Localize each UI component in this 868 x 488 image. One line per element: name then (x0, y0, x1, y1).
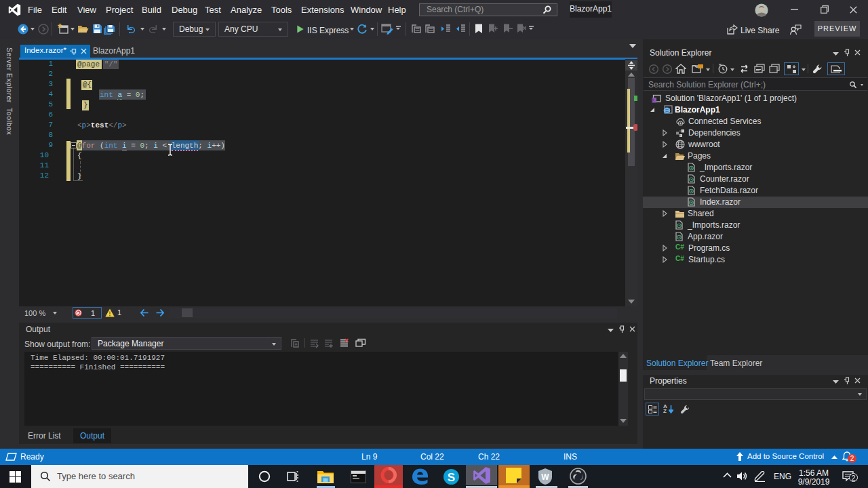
svg-text:W: W (541, 472, 549, 482)
svg-text:S: S (448, 471, 455, 484)
